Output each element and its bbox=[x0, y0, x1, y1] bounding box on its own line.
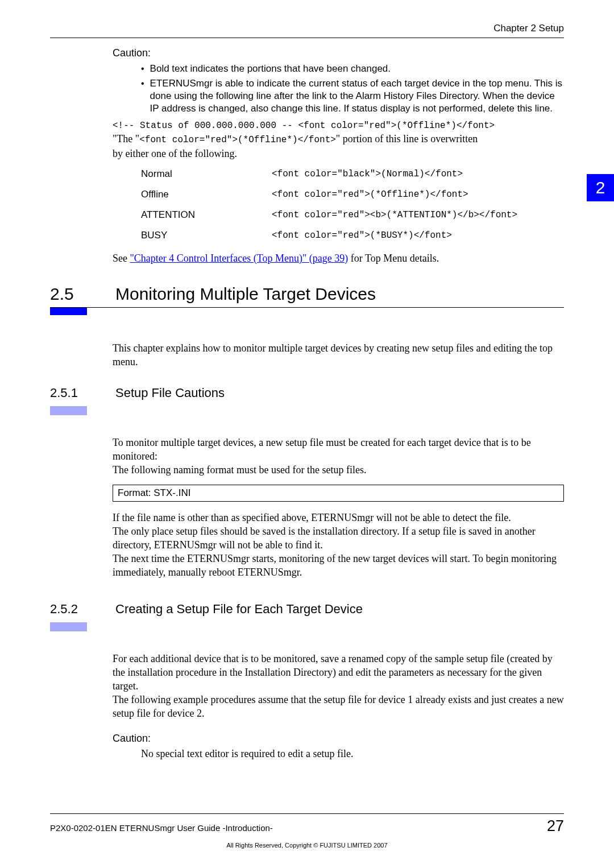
section-2-5-heading: 2.5 Monitoring Multiple Target Devices bbox=[50, 284, 564, 315]
see-prefix: See bbox=[113, 253, 130, 264]
subsection-marker bbox=[50, 406, 87, 415]
subsection-number: 2.5.2 bbox=[50, 602, 115, 617]
caution-label-1: Caution: bbox=[113, 47, 564, 59]
footer-page-number: 27 bbox=[547, 817, 564, 835]
status-code: <font color="red"><b>(*ATTENTION*)</b></… bbox=[272, 210, 517, 220]
status-name: Offline bbox=[141, 189, 272, 200]
status-row: Normal <font color="black">(Normal)</fon… bbox=[141, 168, 564, 180]
status-comment-line: <!-- Status of 000.000.000.000 -- <font … bbox=[113, 121, 564, 131]
section-number: 2.5 bbox=[50, 284, 115, 304]
subsection-number: 2.5.1 bbox=[50, 386, 115, 400]
caution-label-2: Caution: bbox=[113, 733, 564, 745]
see-suffix: for Top Menu details. bbox=[351, 253, 439, 264]
status-name: ATTENTION bbox=[141, 209, 272, 221]
bullet-row: • Bold text indicates the portions that … bbox=[141, 63, 564, 75]
status-explain-line3: by either one of the following. bbox=[113, 147, 564, 160]
format-box: Format: STX-.INI bbox=[113, 485, 564, 502]
status-explain-line: "The "<font color="red">(*Offline*)</fon… bbox=[113, 132, 564, 146]
section-marker bbox=[50, 307, 87, 315]
footer-copyright: All Rights Reserved, Copyright © FUJITSU… bbox=[50, 842, 564, 849]
section-2-5-2-heading: 2.5.2 Creating a Setup File for Each Tar… bbox=[50, 602, 564, 631]
bullet-row: • ETERNUSmgr is able to indicate the cur… bbox=[141, 77, 564, 115]
subsection-marker bbox=[50, 622, 87, 631]
status-row: Offline <font color="red">(*Offline*)</f… bbox=[141, 189, 564, 200]
bullet-dot-icon: • bbox=[141, 77, 144, 90]
section-2-5-1-heading: 2.5.1 Setup File Cautions bbox=[50, 386, 564, 415]
section-title: Monitoring Multiple Target Devices bbox=[115, 284, 376, 304]
status-code: <font color="red">(*Offline*)</font> bbox=[272, 189, 468, 200]
section-2-5-1-para1: To monitor multiple target devices, a ne… bbox=[113, 436, 564, 477]
status-code: <font color="black">(Normal)</font> bbox=[272, 169, 463, 179]
status-row: ATTENTION <font color="red"><b>(*ATTENTI… bbox=[141, 209, 564, 221]
bullet-dot-icon: • bbox=[141, 63, 144, 75]
status-name: Normal bbox=[141, 168, 272, 180]
header-rule bbox=[50, 38, 564, 38]
subsection-title: Setup File Cautions bbox=[115, 386, 225, 400]
caution-2-block: Caution: No special text editor is requi… bbox=[113, 733, 564, 760]
caution-2-text: No special text editor is required to ed… bbox=[141, 747, 564, 760]
section-underline bbox=[50, 307, 564, 308]
status-code: <font color="red">(*BUSY*)</font> bbox=[272, 230, 452, 241]
status-explain-suffix: " portion of this line is overwritten bbox=[336, 133, 478, 144]
status-explain-prefix: "The " bbox=[113, 133, 139, 144]
footer-rule bbox=[50, 813, 564, 814]
section-2-5-2-para1: For each additional device that is to be… bbox=[113, 652, 564, 720]
section-2-5-1-para2: If the file name is other than as specif… bbox=[113, 511, 564, 579]
page-footer: P2X0-0202-01EN ETERNUSmgr User Guide -In… bbox=[50, 813, 564, 849]
status-table: Normal <font color="black">(Normal)</fon… bbox=[141, 168, 564, 241]
page-header-chapter: Chapter 2 Setup bbox=[50, 23, 564, 34]
section-2-5-intro: This chapter explains how to monitor mul… bbox=[113, 341, 564, 369]
see-link[interactable]: "Chapter 4 Control Interfaces (Top Menu)… bbox=[130, 253, 349, 264]
status-code-block: <!-- Status of 000.000.000.000 -- <font … bbox=[113, 121, 564, 160]
bullet-text: Bold text indicates the portions that ha… bbox=[150, 63, 391, 75]
bullet-text: ETERNUSmgr is able to indicate the curre… bbox=[150, 77, 564, 115]
see-reference-line: See "Chapter 4 Control Interfaces (Top M… bbox=[113, 251, 564, 265]
footer-doc-id: P2X0-0202-01EN ETERNUSmgr User Guide -In… bbox=[50, 823, 273, 833]
caution-bullets: • Bold text indicates the portions that … bbox=[141, 63, 564, 115]
chapter-tab-badge: 2 bbox=[587, 174, 614, 201]
status-explain-code: <font color="red">(*Offline*)</font> bbox=[139, 135, 336, 145]
status-name: BUSY bbox=[141, 230, 272, 241]
subsection-title: Creating a Setup File for Each Target De… bbox=[115, 602, 363, 617]
status-row: BUSY <font color="red">(*BUSY*)</font> bbox=[141, 230, 564, 241]
